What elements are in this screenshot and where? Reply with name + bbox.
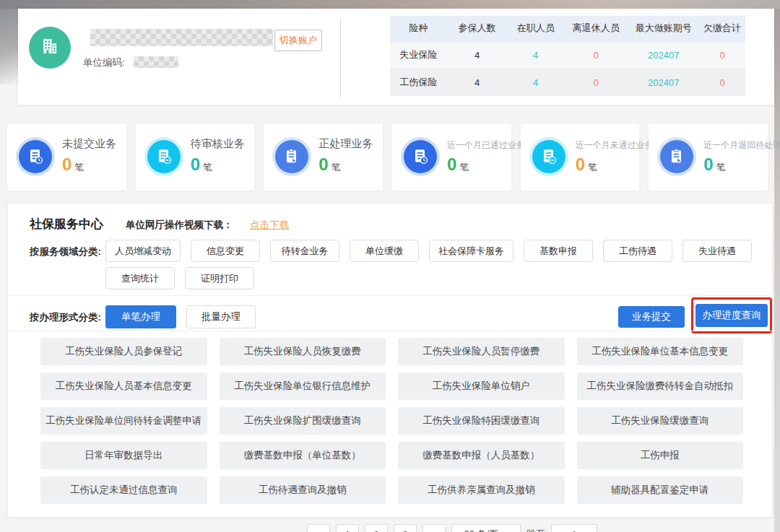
area-button-certificate-print[interactable]: 证明打印 [185,267,254,289]
clipboard-arrow-icon [660,140,693,173]
grid-button[interactable]: 工伤失业保险人员暂停缴费 [398,338,565,365]
stat-value: 0笔 [703,154,725,175]
area-button-query-statistics[interactable]: 查询统计 [105,267,175,289]
stat-label: 近一个月退回待处理 [703,139,780,152]
grid-button[interactable]: 工伤失业保险单位银行信息维护 [220,372,386,400]
grid-button[interactable]: 工伤失业保险人员参保登记 [40,338,207,365]
grid-button[interactable]: 工伤申报 [577,442,744,469]
cell-insured: 4 [447,41,508,69]
form-button-batch[interactable]: 批量办理 [186,305,256,328]
cell-max-period: 202407 [628,69,699,96]
company-name-redacted [90,29,273,46]
table-row: 工伤保险 4 4 0 202407 0 [390,69,745,96]
grid-button[interactable]: 工伤认定未通过信息查询 [40,476,207,504]
grid-button[interactable]: 工伤失业保险扩围缓缴查询 [220,407,386,435]
area-button-personnel-change[interactable]: 人员增减变动 [105,240,181,262]
area-button-social-security-card[interactable]: 社会保障卡服务 [429,240,514,262]
area-button-info-change[interactable]: 信息变更 [191,240,260,262]
stat-value: 0笔 [318,154,340,175]
stat-label: 正处理业务 [318,137,373,151]
cell-type: 工伤保险 [390,69,447,96]
download-link[interactable]: 点击下载 [250,219,289,232]
page: 切换账户 单位编码: 险种 参保人数 在职人员 离退休人员 最大做账期号 欠缴合… [0,0,780,532]
grid-button[interactable]: 工伤失业保险缴费待转金自动抵扣 [577,372,744,400]
area-button-injury-benefits[interactable]: 工伤待遇 [603,240,672,262]
col-active-staff: 在职人员 [507,16,564,41]
cell-arrears: 0 [699,69,745,96]
area-button-unemployment-benefits[interactable]: 失业待遇 [682,240,752,262]
grid-button[interactable]: 工伤失业保险缓缴查询 [577,407,744,435]
switch-account-button[interactable]: 切换账户 [274,30,322,51]
grid-button[interactable]: 工伤待遇查询及撤销 [220,476,386,504]
stat-value: 0笔 [447,154,469,175]
cell-type: 失业保险 [390,41,447,69]
progress-query-button[interactable]: 办理进度查询 [696,304,768,327]
stat-value: 0笔 [191,154,212,175]
service-center-panel: 社保服务中心 单位网厅操作视频下载： 点击下载 按服务领域分类: 人员增减变动 … [7,203,773,518]
pagination: ‹ 1 2 3 › 20 条/页 ∨ 跳至 [307,524,597,532]
pagination-page-3[interactable]: 3 [394,524,417,532]
clipboard-arrow-icon [275,140,308,173]
company-header-card: 切换账户 单位编码: 险种 参保人数 在职人员 离退休人员 最大做账期号 欠缴合… [18,9,774,105]
grid-button[interactable]: 工伤供养亲属查询及撤销 [398,476,565,504]
jump-to-input[interactable] [551,524,597,532]
page-size-select[interactable]: 20 条/页 ∨ [451,524,521,532]
cell-arrears: 0 [699,41,745,69]
cell-active: 4 [507,41,564,69]
stat-card-month-returned[interactable]: 近一个月退回待处理 0笔 [649,124,768,191]
stat-value: 0笔 [576,154,597,175]
pagination-prev-button[interactable]: ‹ [307,524,330,532]
document-clock-icon [404,140,437,173]
stat-card-pending-review[interactable]: 待审核业务 0笔 [136,124,255,191]
col-retired-staff: 离退休人员 [564,16,628,41]
stat-label: 近一个月未通过业务 [576,139,654,152]
col-max-period: 最大做账期号 [628,16,699,41]
company-avatar [29,27,71,69]
document-minus-icon [147,140,181,173]
by-service-area-label: 按服务领域分类: [30,245,101,258]
area-button-unit-deferral[interactable]: 单位缓缴 [350,240,419,262]
stat-card-unsubmitted[interactable]: 未提交业务 0笔 [7,124,126,191]
section-divider [8,331,774,331]
pagination-page-1[interactable]: 1 [336,524,359,532]
pagination-page-2[interactable]: 2 [365,524,388,532]
cell-retired: 0 [564,41,628,69]
background-photo-left [0,9,18,84]
building-icon [39,35,61,60]
grid-button[interactable]: 工伤失业保险特困缓缴查询 [398,407,565,435]
stat-label: 未提交业务 [62,137,116,151]
grid-button[interactable]: 缴费基数申报（单位基数） [220,442,386,469]
jump-to-label: 跳至 [526,524,545,532]
table-row: 失业保险 4 4 0 202407 0 [390,41,745,69]
business-grid: 工伤失业保险人员参保登记 工伤失业保险人员恢复缴费 工伤失业保险人员暂停缴费 工… [40,338,743,504]
unit-code-label: 单位编码: [83,56,125,69]
pagination-next-button[interactable]: › [422,524,446,532]
submit-business-button[interactable]: 业务提交 [618,306,685,328]
header-divider [340,18,341,97]
page-size-value: 20 条/页 [464,528,498,532]
grid-button[interactable]: 工伤失业保险单位销户 [398,372,565,400]
stat-card-month-approved[interactable]: 近一个月已通过业务 0笔 [392,124,511,191]
cell-max-period: 202407 [628,41,699,69]
col-insurance-type: 险种 [390,16,447,41]
grid-button[interactable]: 工伤失业保险人员基本信息变更 [40,372,207,400]
stat-card-processing[interactable]: 正处理业务 0笔 [264,124,383,191]
col-insured-count: 参保人数 [447,16,508,41]
area-button-base-declaration[interactable]: 基数申报 [524,240,593,262]
stat-label: 待审核业务 [191,137,245,151]
grid-button[interactable]: 缴费基数申报（人员基数） [398,442,565,469]
grid-button[interactable]: 日常年审数据导出 [40,442,207,469]
form-button-single[interactable]: 单笔办理 [105,305,176,328]
unit-code-redacted [134,56,178,68]
area-button-pending-transfer[interactable]: 待转金业务 [270,240,339,262]
stat-value: 0笔 [62,154,84,175]
document-clock-icon [19,140,52,173]
panel-title: 社保服务中心 [30,216,103,232]
grid-button[interactable]: 辅助器具配置鉴定申请 [577,476,744,504]
grid-button[interactable]: 工伤失业保险单位基本信息变更 [577,338,744,365]
stat-card-month-rejected[interactable]: 近一个月未通过业务 0笔 [521,124,640,191]
cell-retired: 0 [564,69,628,96]
stat-label: 近一个月已通过业务 [447,139,525,152]
grid-button[interactable]: 工伤失业保险单位间待转金调整申请 [40,407,207,435]
grid-button[interactable]: 工伤失业保险人员恢复缴费 [220,338,386,365]
